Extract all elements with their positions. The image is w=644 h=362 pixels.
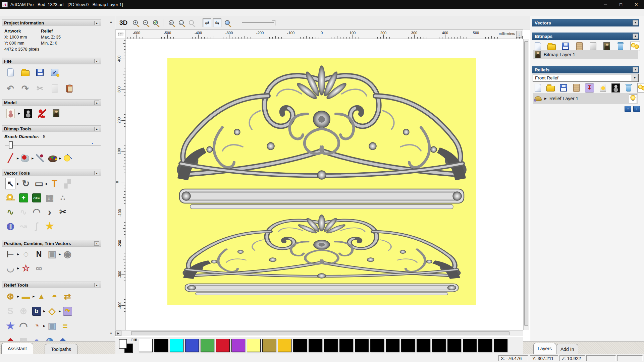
zoom-lens-button[interactable] — [223, 18, 231, 27]
palette-swatch-1[interactable] — [154, 339, 168, 352]
blank-layer-button[interactable] — [589, 42, 597, 51]
palette-swatch-19[interactable] — [432, 339, 446, 352]
relief-thumbnail-button[interactable] — [611, 83, 620, 93]
bitmap-layer-row[interactable]: Bitmap Layer 1 — [533, 50, 638, 59]
fit-vectors-button[interactable]: ◍ — [5, 220, 15, 232]
palette-swatch-5[interactable] — [216, 339, 230, 352]
new-relief-layer-button[interactable] — [534, 83, 542, 93]
freehand-polyline-button[interactable]: ∿ — [18, 206, 29, 218]
new-model-button[interactable] — [5, 67, 15, 78]
ruler-unit-toggle-button[interactable]: ↕ — [516, 31, 522, 38]
create-polyline-button[interactable]: ∿ — [5, 206, 15, 218]
tab-toolpaths[interactable]: Toolpaths — [45, 344, 77, 354]
vector-texture-button[interactable]: ☆ — [21, 262, 31, 274]
zoom-1to1-button[interactable]: 1:1 — [167, 18, 175, 27]
minimize-button[interactable]: ─ — [598, 0, 613, 9]
fillet-button[interactable]: › — [45, 206, 55, 218]
collapse-button[interactable]: ▲ — [94, 101, 99, 105]
open-bitmap-layer-button[interactable] — [547, 42, 556, 51]
expand-vectors-button[interactable]: ▼ — [633, 20, 638, 25]
adjust-model-button[interactable] — [23, 108, 33, 119]
group-vectors-button[interactable]: ▣ — [47, 248, 57, 260]
dropdown-arrow-icon[interactable]: ▼ — [632, 75, 638, 81]
flood-fill-vector-button[interactable] — [62, 153, 72, 164]
zoom-selection-button[interactable] — [187, 18, 196, 27]
paint-button[interactable]: ╱ — [5, 153, 15, 164]
palette-swatch-8[interactable] — [262, 339, 276, 352]
transform-vectors-button[interactable]: ↻ — [21, 178, 31, 189]
flood-fill-button[interactable] — [20, 153, 30, 164]
flyout-arrow-icon[interactable]: ▶ — [43, 324, 45, 327]
wrap-relief-button[interactable]: ↷ — [62, 305, 72, 317]
weld-vectors-button[interactable]: ◉ — [62, 248, 72, 260]
slider-handle[interactable] — [9, 141, 13, 148]
palette-button[interactable] — [48, 153, 58, 164]
collapse-reliefs-button[interactable]: ▲ — [633, 67, 638, 72]
copy-button[interactable] — [50, 83, 60, 94]
palette-swatch-6[interactable] — [231, 339, 245, 352]
smooth-relief-button[interactable]: ▲ — [36, 291, 46, 302]
view-3d-button[interactable]: 3D — [119, 19, 127, 26]
flyout-arrow-icon[interactable]: ▶ — [18, 112, 20, 115]
collapse-button[interactable]: ▲ — [94, 241, 99, 246]
primary-colour-swatch[interactable] — [119, 339, 127, 349]
redo-button[interactable]: ↷ — [20, 83, 30, 94]
flyout-arrow-icon[interactable]: ▶ — [43, 310, 45, 313]
collapse-bitmaps-button[interactable]: ▲ — [633, 34, 638, 39]
palette-swatch-9[interactable] — [278, 339, 291, 352]
open-relief-layer-button[interactable] — [546, 83, 555, 93]
text-on-curve-button[interactable]: ◌ — [21, 248, 31, 260]
sketch-layer-button[interactable] — [575, 42, 583, 51]
link-colours-icon[interactable]: ▢▣ — [131, 338, 137, 342]
cut-button[interactable]: ✂ — [35, 83, 45, 94]
palette-swatch-15[interactable] — [370, 339, 384, 352]
align-vectors-button[interactable]: ⊢ — [5, 248, 15, 260]
palette-swatch-22[interactable] — [478, 339, 492, 352]
lighting-button[interactable] — [37, 108, 47, 119]
paste-button[interactable] — [64, 83, 74, 94]
copy-relief-button[interactable]: ⇄ — [62, 291, 72, 302]
move-layer-down-button[interactable]: ↓ — [633, 106, 640, 112]
preview-relief-layer-button[interactable] — [599, 83, 607, 93]
star-wizard-button[interactable]: ★ — [5, 320, 15, 331]
palette-swatch-7[interactable] — [247, 339, 261, 352]
join-vectors-button[interactable]: ∫ — [32, 220, 42, 232]
palette-swatch-23[interactable] — [494, 339, 507, 352]
pane-splitter-button[interactable]: ▶ — [115, 330, 121, 336]
horizontal-scrollbar[interactable] — [121, 330, 523, 336]
delete-bitmap-layer-button[interactable] — [616, 42, 625, 51]
flyout-arrow-icon[interactable]: ▶ — [32, 157, 34, 160]
close-button[interactable]: ✕ — [629, 0, 644, 9]
load-image-button[interactable] — [51, 108, 61, 119]
collapse-button[interactable]: ▲ — [94, 171, 99, 175]
palette-swatch-18[interactable] — [417, 339, 430, 352]
palette-swatch-17[interactable] — [401, 339, 415, 352]
open-model-button[interactable] — [20, 67, 30, 78]
maximize-button[interactable]: □ — [613, 0, 629, 9]
collapse-button[interactable]: ▲ — [94, 127, 99, 131]
delete-relief-layer-button[interactable] — [625, 83, 633, 93]
palette-swatch-3[interactable] — [185, 339, 199, 352]
palette-swatch-4[interactable] — [201, 339, 214, 352]
texture-relief-button[interactable]: b — [32, 305, 42, 317]
node-editing-button[interactable]: + — [18, 192, 29, 203]
close-vectors-button[interactable]: ◡ — [5, 262, 15, 274]
extrude-wizard-button[interactable]: ◔ — [32, 320, 42, 331]
sketch-relief-button[interactable] — [572, 83, 580, 93]
relief-layer-row[interactable]: ▶ Relief Layer 1 — [533, 93, 638, 104]
calculate-relief-button[interactable]: ⊛ — [5, 291, 15, 302]
expand-relief-layer-button[interactable]: ▶ — [544, 97, 547, 100]
zero-plane-button[interactable]: ▬ — [21, 291, 31, 302]
measure-button[interactable] — [5, 192, 15, 203]
model-artwork[interactable] — [167, 58, 476, 305]
weave-wizard-button[interactable]: ⊛ — [18, 305, 29, 317]
flyout-arrow-icon[interactable]: ▶ — [33, 295, 35, 298]
collapse-button[interactable]: ▲ — [94, 283, 99, 287]
smooth-polyline-button[interactable]: ↝ — [18, 220, 29, 232]
tab-layers[interactable]: Layers — [533, 343, 556, 354]
set-model-size-button[interactable] — [5, 108, 15, 119]
colour-picker-button[interactable] — [35, 153, 45, 164]
palette-swatch-11[interactable] — [309, 339, 322, 352]
pillow-emboss-button[interactable]: ◠ — [18, 320, 29, 331]
panel-scroll-down-button[interactable]: ▼ — [108, 330, 114, 337]
